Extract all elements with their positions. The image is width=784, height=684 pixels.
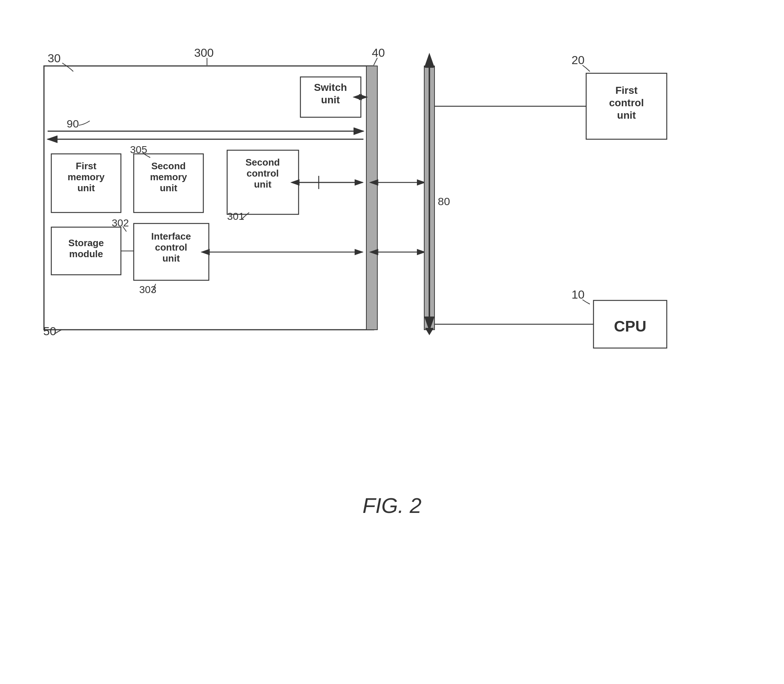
switch-unit-label: Switch xyxy=(314,82,347,93)
svg-text:Interface: Interface xyxy=(151,231,191,242)
svg-text:First: First xyxy=(76,160,97,171)
ref-20-label: 20 xyxy=(571,53,585,67)
ref-90-label: 90 xyxy=(67,118,79,130)
svg-text:unit: unit xyxy=(254,179,271,190)
svg-rect-30 xyxy=(51,227,121,275)
svg-rect-9 xyxy=(300,77,361,117)
svg-text:control: control xyxy=(609,97,644,108)
svg-rect-40 xyxy=(424,66,434,330)
svg-text:unit: unit xyxy=(160,182,177,194)
svg-text:unit: unit xyxy=(77,182,95,194)
svg-marker-49 xyxy=(425,60,434,68)
svg-text:First: First xyxy=(615,85,638,96)
svg-rect-33 xyxy=(134,223,209,280)
fig-label: FIG. 2 xyxy=(362,494,421,517)
svg-text:unit: unit xyxy=(162,253,180,264)
ref-303-label: 303 xyxy=(139,284,156,295)
svg-text:memory: memory xyxy=(68,171,105,182)
svg-rect-21 xyxy=(227,150,298,214)
ref-301-label: 301 xyxy=(227,211,244,222)
svg-rect-42 xyxy=(586,73,667,139)
svg-rect-6 xyxy=(44,66,374,330)
switch-unit-label2: unit xyxy=(321,94,340,105)
svg-marker-50 xyxy=(425,328,434,335)
svg-text:memory: memory xyxy=(150,171,187,182)
svg-text:module: module xyxy=(69,248,103,260)
svg-text:CPU: CPU xyxy=(614,318,647,335)
svg-text:Storage: Storage xyxy=(68,237,104,248)
ref-10-label: 10 xyxy=(571,288,585,301)
svg-text:unit: unit xyxy=(617,110,636,121)
ref-302-label: 302 xyxy=(112,217,129,229)
svg-text:Second: Second xyxy=(151,160,186,171)
svg-text:control: control xyxy=(155,242,187,253)
ref-30-label: 30 xyxy=(48,52,61,65)
svg-text:control: control xyxy=(247,168,279,179)
ref-300-label: 300 xyxy=(194,46,214,59)
svg-text:Second: Second xyxy=(245,157,280,168)
ref-305-label: 305 xyxy=(130,144,147,155)
svg-rect-7 xyxy=(366,66,377,330)
ref-80-label: 80 xyxy=(438,195,450,207)
svg-rect-17 xyxy=(134,154,203,213)
ref-50-label: 50 xyxy=(43,324,56,338)
svg-rect-13 xyxy=(51,154,121,213)
ref-40-label: 40 xyxy=(372,46,385,59)
svg-rect-46 xyxy=(594,300,667,348)
